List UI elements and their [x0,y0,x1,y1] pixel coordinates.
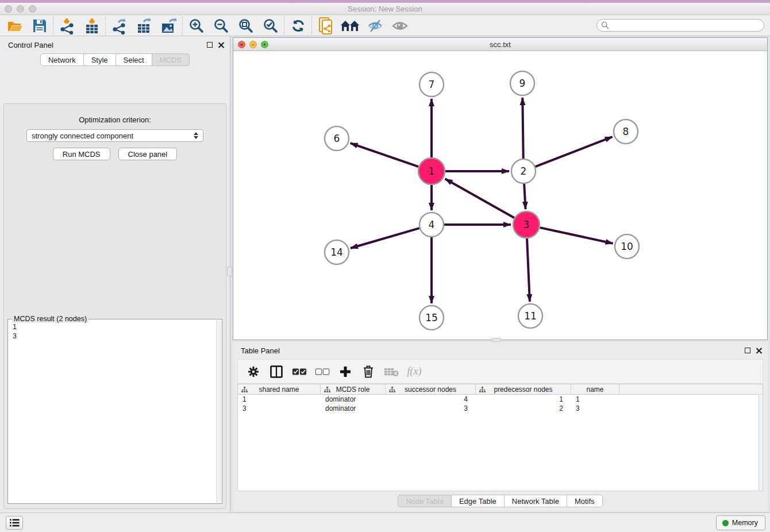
graph-node-10[interactable]: 10 [615,234,639,259]
column-visibility-button[interactable] [269,364,284,379]
graph-node-3[interactable]: 3 [513,211,540,238]
graph-edge-1-6[interactable] [351,143,419,167]
criterion-value: strongly connected component [32,132,133,140]
graph-edge-3-10[interactable] [540,228,613,244]
search-icon [601,21,609,29]
tab-node-table[interactable]: Node Table [398,495,452,507]
column-header-name[interactable]: name [571,384,619,394]
hide-selected-button[interactable] [363,16,387,36]
run-mcds-button[interactable]: Run MCDS [53,148,110,160]
delete-rows-button[interactable] [361,364,376,379]
graph-node-7[interactable]: 7 [419,72,444,97]
graph-edge-3-11[interactable] [527,238,530,302]
zoom-window-button[interactable] [29,5,36,13]
search-input[interactable] [609,20,764,30]
svg-text:8: 8 [623,126,629,137]
table-row[interactable]: 3dominator323 [238,404,763,413]
graph-edge-3-1[interactable] [445,179,515,218]
network-graph[interactable]: 7968124314101511 [233,51,767,340]
table-cell[interactable]: 4 [386,395,476,404]
column-header-MCDS-role[interactable]: MCDS role [321,384,386,394]
graph-edge-2-9[interactable] [522,98,523,159]
close-table-panel-icon[interactable] [756,348,762,354]
table-cell[interactable]: 3 [238,404,321,413]
mcds-result-text[interactable]: 1 3 [9,320,216,503]
apply-layout-button[interactable] [286,16,310,36]
float-table-panel-icon[interactable] [745,348,750,353]
column-header-successor-nodes[interactable]: successor nodes [386,384,476,394]
tab-motifs[interactable]: Motifs [567,495,603,507]
task-history-button[interactable] [6,516,23,530]
criterion-select[interactable]: strongly connected component [26,129,203,142]
eye-icon [391,18,409,33]
tab-mcds[interactable]: MCDS [152,53,190,66]
table-cell[interactable]: 1 [476,395,571,404]
graph-edge-2-8[interactable] [536,137,613,167]
float-panel-icon[interactable] [207,42,213,48]
save-session-button[interactable] [27,16,52,36]
toolbar-separator [105,17,106,35]
tab-select[interactable]: Select [116,53,152,66]
export-image-button[interactable] [156,16,181,36]
deselect-all-rows-button[interactable] [315,364,330,379]
search-field[interactable] [596,19,764,32]
table-row[interactable]: 1dominator411 [238,395,763,404]
add-row-button[interactable] [338,364,353,379]
column-header-predecessor-nodes[interactable]: predecessor nodes [476,384,571,394]
horizontal-splitter-handle[interactable] [491,338,501,342]
network-window-titlebar[interactable]: × − + scc.txt [233,38,767,51]
graph-node-1[interactable]: 1 [418,158,445,184]
tab-style[interactable]: Style [84,53,116,66]
graph-node-6[interactable]: 6 [325,126,349,151]
vertical-splitter-handle[interactable] [227,267,232,276]
table-cell[interactable]: dominator [321,404,386,413]
tab-edge-table[interactable]: Edge Table [452,495,505,507]
network-minimize-button[interactable]: − [249,41,257,48]
open-folder-icon [6,18,24,34]
graph-edge-2-3[interactable] [524,184,525,209]
table-options-button[interactable] [246,364,261,379]
memory-button[interactable]: Memory [716,515,765,530]
table-cell[interactable]: 2 [476,404,571,413]
tab-network-table[interactable]: Network Table [505,495,567,507]
mcds-result-scrollbar[interactable] [216,320,221,503]
clone-network-button[interactable] [313,16,338,36]
network-canvas[interactable]: 7968124314101511 [233,51,767,340]
table-cell[interactable]: 3 [571,404,619,413]
minimize-window-button[interactable] [17,5,24,13]
export-network-button[interactable] [107,16,132,36]
table-cell[interactable]: 1 [571,395,619,404]
graph-node-4[interactable]: 4 [419,213,444,237]
export-table-icon [136,17,153,34]
open-session-button[interactable] [2,16,27,36]
close-panel-icon[interactable] [218,42,224,48]
close-panel-button[interactable]: Close panel [118,148,178,160]
import-table-button[interactable] [79,16,104,36]
table-cell[interactable]: 3 [386,404,476,413]
graph-edge-4-14[interactable] [351,228,419,248]
zoom-fit-button[interactable] [233,16,258,36]
graph-node-14[interactable]: 14 [325,240,349,264]
export-table-button[interactable] [132,16,156,36]
first-neighbors-button[interactable] [338,16,363,36]
column-header-shared-name[interactable]: shared name [238,384,321,394]
network-maximize-button[interactable]: + [261,41,268,48]
table-scrollbar[interactable] [759,395,763,491]
window-controls-inactive[interactable] [5,5,36,13]
show-all-button[interactable] [387,16,412,36]
graph-node-15[interactable]: 15 [419,306,444,330]
graph-node-8[interactable]: 8 [614,119,638,144]
graph-node-2[interactable]: 2 [511,159,536,183]
zoom-in-button[interactable] [184,16,209,36]
graph-node-11[interactable]: 11 [518,304,542,328]
select-all-rows-button[interactable] [292,364,307,379]
table-cell[interactable]: 1 [238,395,321,404]
zoom-selected-button[interactable] [258,16,283,36]
zoom-out-button[interactable] [209,16,233,36]
graph-node-9[interactable]: 9 [510,71,534,95]
close-window-button[interactable] [5,5,12,13]
network-close-button[interactable]: × [238,41,245,48]
table-cell[interactable]: dominator [321,395,386,404]
tab-network[interactable]: Network [40,53,84,66]
import-network-button[interactable] [55,16,79,36]
